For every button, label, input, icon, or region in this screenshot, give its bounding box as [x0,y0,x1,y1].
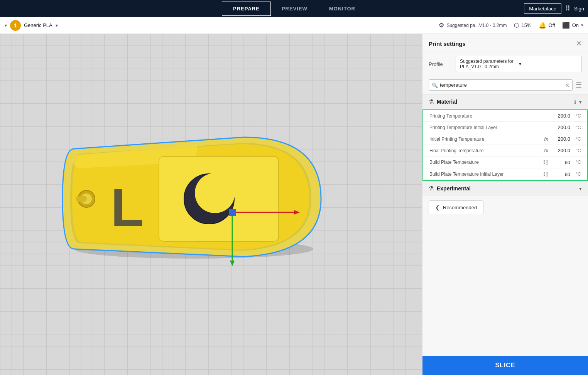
material-info-icon[interactable]: ℹ [574,99,576,105]
search-icon: 🔍 [432,82,438,88]
experimental-section-header[interactable]: ⚗ Experimental ▾ [422,181,588,196]
setting-link-icon-6: ⛓ [543,171,548,177]
profile-dropdown-caret: ▾ [519,61,578,67]
material-section-header[interactable]: ⚗ Material ℹ ▾ [422,94,588,109]
recommended-arrow-icon: ❮ [435,204,440,210]
nav-preview[interactable]: PREVIEW [271,2,318,15]
main-area: L Print settings ✕ Pr [0,34,588,375]
search-input[interactable] [429,79,573,91]
3d-object-area: L [43,118,336,291]
printer-icon: 1 [10,20,21,31]
apps-grid-icon[interactable]: ⠿ [565,4,570,13]
material-chevron-icon: ▾ [579,99,582,105]
support-icon: 🔔 [539,22,546,29]
setting-row-printing-temp-initial: Printing Temperature Initial Layer 200.0… [423,122,587,133]
nav-tabs: PREPARE PREVIEW MONITOR [222,2,366,16]
settings-profile-label: Suggested pa...V1.0 - 0.2mm [446,23,507,28]
setting-row-initial-printing-temp: Initial Printing Temperature fx 200.0 °C [423,133,587,145]
setting-value-build-plate-temp-initial[interactable]: 60 [553,172,570,177]
setting-name-initial-printing-temp: Initial Printing Temperature [429,136,541,142]
nav-monitor[interactable]: MONITOR [318,2,366,15]
setting-unit-initial-printing-temp: °C [573,136,581,142]
infill-group[interactable]: ⬡ 15% [514,22,532,29]
material-icon: ⚗ [429,98,434,105]
svg-rect-5 [76,196,87,202]
setting-unit-printing-temp-initial: °C [573,125,581,130]
right-panel: Print settings ✕ Profile Suggested param… [422,34,588,375]
topbar-right: Marketplace ⠿ Sign [524,3,584,14]
viewport[interactable]: L [0,34,422,375]
infill-icon: ⬡ [514,22,519,29]
setting-fx-icon-3: fx [544,136,548,142]
search-clear-icon[interactable]: ✕ [565,82,569,88]
printer-name-dropdown[interactable]: ▾ [56,23,58,28]
material-section: ⚗ Material ℹ ▾ Printing Temperature 200.… [422,94,588,181]
setting-unit-printing-temp: °C [573,113,581,119]
setting-fx-icon-4: fx [544,148,548,153]
printer-dropdown-arrow[interactable]: ▾ [5,23,7,28]
adhesion-group[interactable]: ⬛ On ▾ [562,22,583,29]
profile-dropdown[interactable]: Suggested parameters for PLA_V1.0 · 0.2m… [456,56,582,72]
panel-title: Print settings [429,40,466,47]
material-settings-table: Printing Temperature 200.0 °C Printing T… [422,109,588,181]
adhesion-toggle-label: On [572,22,579,28]
setting-row-final-printing-temp: Final Printing Temperature fx 200.0 °C [423,145,587,156]
panel-header: Print settings ✕ [422,34,588,52]
infill-value: 15% [522,22,532,28]
setting-name-build-plate-temp-initial: Build Plate Temperature Initial Layer [429,172,540,177]
setting-value-build-plate-temp[interactable]: 60 [553,160,570,165]
profile-label: Profile [429,61,452,67]
experimental-section-title: Experimental [437,185,576,192]
setting-name-printing-temp: Printing Temperature [429,113,550,119]
material-section-title: Material [437,99,571,105]
setting-value-final-printing-temp[interactable]: 200.0 [553,148,570,153]
marketplace-button[interactable]: Marketplace [524,3,561,14]
printer-name: Generic PLA [24,22,52,28]
svg-text:L: L [111,177,144,237]
sign-button[interactable]: Sign [574,6,584,12]
profile-dropdown-value: Suggested parameters for PLA_V1.0 · 0.2m… [460,59,519,69]
experimental-chevron-icon: ▾ [579,186,582,192]
recommended-button[interactable]: ❮ Recommended [429,200,483,214]
settings-sliders-icon: ⚙ [439,22,444,29]
setting-name-build-plate-temp: Build Plate Temperature [429,160,540,165]
slice-area: Slice [422,356,588,375]
setting-name-printing-temp-initial: Printing Temperature Initial Layer [429,125,550,130]
print-settings-group[interactable]: ⚙ Suggested pa...V1.0 - 0.2mm [439,22,507,29]
toolbar-left: ▾ 1 Generic PLA ▾ [5,20,436,31]
support-group[interactable]: 🔔 Off [539,22,555,29]
setting-row-printing-temp: Printing Temperature 200.0 °C [423,110,587,122]
setting-unit-final-printing-temp: °C [573,148,581,153]
profile-row: Profile Suggested parameters for PLA_V1.… [422,52,588,76]
topbar: PREPARE PREVIEW MONITOR Marketplace ⠿ Si… [0,0,588,17]
recommended-label: Recommended [443,205,477,210]
svg-rect-13 [229,209,236,216]
second-toolbar: ▾ 1 Generic PLA ▾ ⚙ Suggested pa...V1.0 … [0,17,588,34]
nav-prepare[interactable]: PREPARE [222,2,271,16]
recommended-area: ❮ Recommended [422,196,588,219]
filter-menu-icon[interactable]: ☰ [576,81,582,89]
setting-unit-build-plate-temp: °C [573,160,581,165]
setting-value-printing-temp[interactable]: 200.0 [553,113,570,119]
slice-button[interactable]: Slice [422,356,588,375]
setting-unit-build-plate-temp-initial: °C [573,172,581,177]
setting-row-build-plate-temp-initial: Build Plate Temperature Initial Layer ⛓ … [423,168,587,180]
setting-value-initial-printing-temp[interactable]: 200.0 [553,136,570,142]
support-toggle-label: Off [549,22,555,28]
adhesion-dropdown-caret[interactable]: ▾ [581,23,583,28]
setting-value-printing-temp-initial[interactable]: 200.0 [553,124,570,130]
experimental-icon: ⚗ [429,185,434,192]
search-wrapper: 🔍 ✕ [429,79,573,91]
setting-name-final-printing-temp: Final Printing Temperature [429,148,541,153]
close-panel-button[interactable]: ✕ [576,39,582,48]
setting-link-icon-5: ⛓ [543,159,548,165]
toolbar-right: ⚙ Suggested pa...V1.0 - 0.2mm ⬡ 15% 🔔 Of… [439,22,583,29]
setting-row-build-plate-temp: Build Plate Temperature ⛓ 60 °C [423,156,587,168]
adhesion-icon: ⬛ [562,22,570,29]
svg-point-8 [195,173,235,213]
svg-marker-12 [230,261,235,266]
search-row: 🔍 ✕ ☰ [422,76,588,94]
